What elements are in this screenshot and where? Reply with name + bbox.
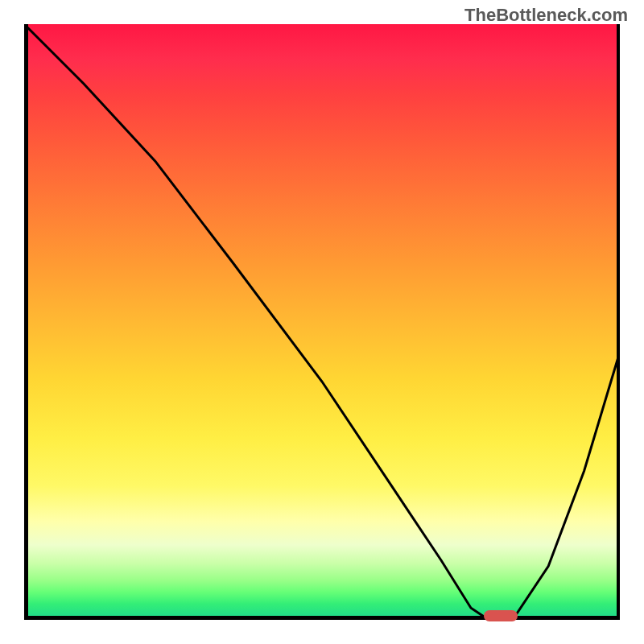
optimal-marker <box>484 610 518 621</box>
chart-container: TheBottleneck.com <box>0 0 644 644</box>
watermark-text: TheBottleneck.com <box>464 5 628 26</box>
bottleneck-curve <box>24 24 620 620</box>
